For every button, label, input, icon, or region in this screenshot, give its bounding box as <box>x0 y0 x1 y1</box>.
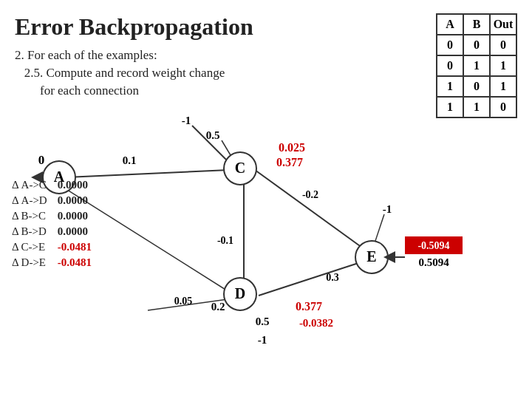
d-val-label: 0.2 <box>211 301 225 313</box>
c-out-377-label: 0.377 <box>276 156 303 168</box>
truth-cell: 0 <box>437 55 463 76</box>
delta-value: 0.0000 <box>53 177 96 193</box>
truth-cell: 1 <box>490 76 516 97</box>
delta-label: Δ C->E <box>7 239 53 255</box>
a-value-label: 0 <box>38 153 45 167</box>
d-out-05-label: 0.5 <box>256 316 270 327</box>
delta-label: Δ A->C <box>7 177 53 193</box>
delta-row: Δ C->E-0.0481 <box>7 239 96 255</box>
svg-line-4 <box>255 170 362 248</box>
truth-cell: 0 <box>437 35 463 55</box>
col-header-b: B <box>463 14 490 35</box>
delta-row: Δ A->D0.0000 <box>7 193 96 208</box>
neg1-top-label: -1 <box>182 115 191 126</box>
delta-value: 0.0000 <box>53 224 96 239</box>
delta-label: Δ D->E <box>7 255 53 270</box>
node-c: C <box>235 160 245 176</box>
b-d-weight-label: 0.05 <box>174 296 193 307</box>
c-e-weight-label: -0.2 <box>302 189 318 200</box>
delta-row: Δ D->E-0.0481 <box>7 255 96 270</box>
truth-cell: 0 <box>463 76 490 97</box>
neg1-right-label: -1 <box>383 203 392 215</box>
truth-cell: 0 <box>463 35 490 55</box>
node-d: D <box>235 285 245 301</box>
half-label: 0.5 <box>206 129 220 141</box>
d-out-neg0382-label: -0.0382 <box>299 317 333 329</box>
delta-value: 0.0000 <box>53 208 96 224</box>
svg-line-0 <box>66 170 229 177</box>
delta-label: Δ B->D <box>7 224 53 239</box>
d-out-377-label: 0.377 <box>296 300 322 313</box>
d-e-weight-label: 0.3 <box>326 272 339 283</box>
truth-cell: 1 <box>490 55 516 76</box>
delta-label: Δ A->D <box>7 193 53 208</box>
page: Error Backpropagation 2. For each of the… <box>0 0 532 399</box>
truth-cell: 1 <box>437 76 463 97</box>
truth-cell: 1 <box>463 55 490 76</box>
c-out-025-label: 0.025 <box>279 141 305 154</box>
e-pos-label: 0.5094 <box>418 256 449 268</box>
col-header-a: A <box>437 14 463 35</box>
delta-label: Δ B->C <box>7 208 53 224</box>
delta-value: -0.0481 <box>53 239 96 255</box>
delta-value: 0.0000 <box>53 193 96 208</box>
d-neg1-label: -1 <box>258 334 267 346</box>
svg-line-8 <box>259 262 361 296</box>
col-header-out: Out <box>490 14 516 35</box>
delta-value: -0.0481 <box>53 255 96 270</box>
a-c-weight-label: 0.1 <box>123 154 137 166</box>
delta-row: Δ A->C0.0000 <box>7 177 96 193</box>
truth-table: A B Out 000011101110 <box>436 13 517 118</box>
truth-cell: 0 <box>490 35 516 55</box>
delta-table: Δ A->C0.0000Δ A->D0.0000Δ B->C0.0000Δ B-… <box>7 177 96 270</box>
delta-row: Δ B->D0.0000 <box>7 224 96 239</box>
c-d-weight-label: -0.1 <box>217 235 233 246</box>
delta-row: Δ B->C0.0000 <box>7 208 96 224</box>
e-neg-label: -0.5094 <box>417 240 449 251</box>
node-e: E <box>366 248 376 265</box>
